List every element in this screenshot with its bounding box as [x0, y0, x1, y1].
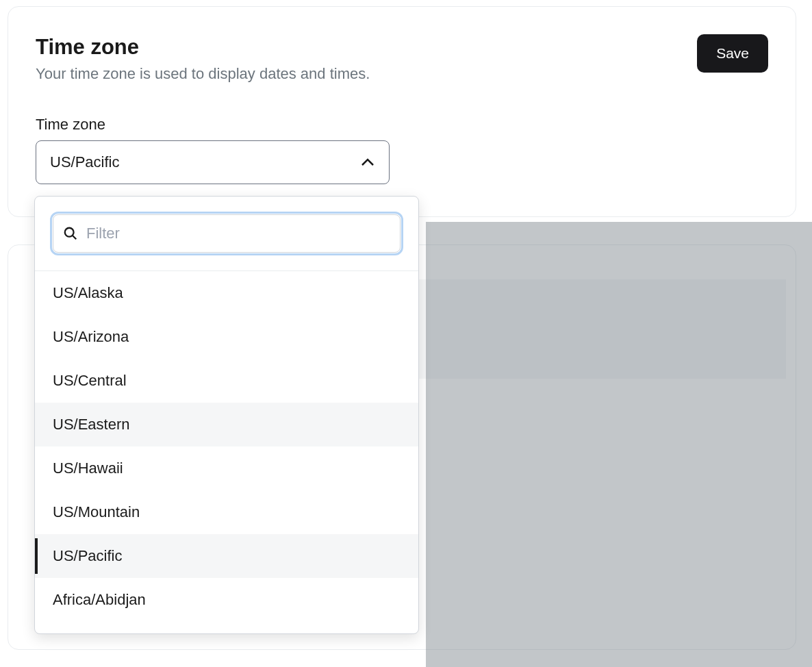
card-header: Time zone Your time zone is used to disp… [36, 34, 768, 83]
filter-box[interactable] [53, 214, 401, 253]
timezone-option[interactable]: US/Arizona [35, 315, 418, 359]
filter-section [35, 197, 418, 271]
svg-line-1 [73, 236, 77, 240]
card-heading-group: Time zone Your time zone is used to disp… [36, 34, 370, 83]
search-icon [63, 226, 78, 241]
timezone-field-label: Time zone [36, 116, 768, 134]
card-subtitle: Your time zone is used to display dates … [36, 65, 370, 83]
timezone-option[interactable]: US/Pacific [35, 534, 418, 578]
modal-overlay [426, 222, 812, 667]
timezone-options-list[interactable]: US/AlaskaUS/ArizonaUS/CentralUS/EasternU… [35, 271, 418, 633]
save-button[interactable]: Save [697, 34, 768, 73]
chevron-up-icon [360, 155, 375, 170]
timezone-option[interactable]: US/Alaska [35, 271, 418, 315]
svg-point-0 [65, 228, 74, 237]
timezone-option[interactable]: US/Central [35, 359, 418, 403]
timezone-select[interactable]: US/Pacific [36, 140, 390, 184]
timezone-option[interactable]: Africa/Abidjan [35, 578, 418, 622]
timezone-select-value: US/Pacific [50, 153, 119, 171]
timezone-field-group: Time zone US/Pacific [36, 116, 768, 184]
timezone-dropdown-panel: US/AlaskaUS/ArizonaUS/CentralUS/EasternU… [34, 196, 419, 634]
timezone-option[interactable]: US/Mountain [35, 490, 418, 534]
card-title: Time zone [36, 34, 370, 60]
timezone-option[interactable]: US/Hawaii [35, 446, 418, 490]
filter-input[interactable] [86, 225, 390, 242]
timezone-option[interactable]: US/Eastern [35, 403, 418, 446]
timezone-card: Time zone Your time zone is used to disp… [8, 6, 796, 217]
